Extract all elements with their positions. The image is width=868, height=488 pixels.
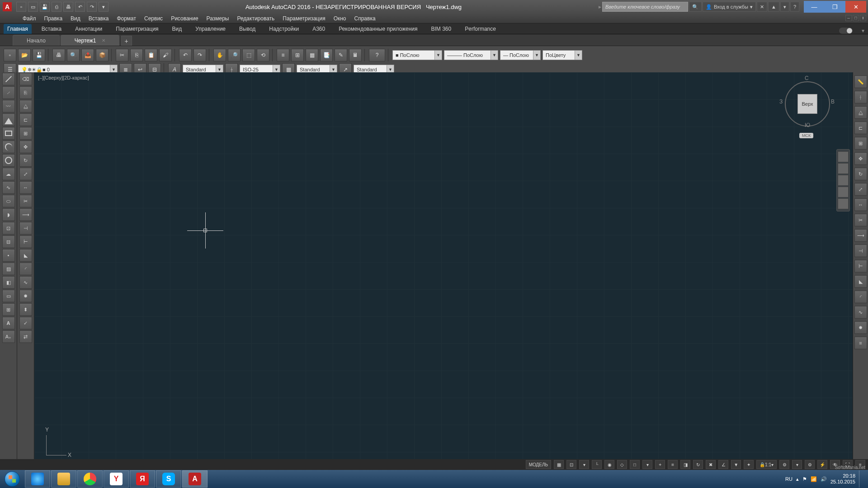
start-button[interactable] bbox=[0, 470, 24, 488]
menu-insert[interactable]: Вставка bbox=[89, 15, 109, 22]
mdi-restore-button[interactable]: □ bbox=[853, 15, 859, 21]
linetype-control[interactable]: ——— ПоСлою▼ bbox=[444, 50, 498, 60]
tool-setbylayer[interactable]: ✓ bbox=[19, 317, 32, 329]
nav-orbit-icon[interactable] bbox=[838, 187, 849, 197]
tool-mirror[interactable]: ⧋ bbox=[19, 100, 32, 113]
status-ortho-icon[interactable]: └ bbox=[592, 460, 602, 469]
tray-flag-icon[interactable]: ⚑ bbox=[802, 476, 807, 482]
window-close-button[interactable]: ✕ bbox=[845, 1, 866, 13]
toolbar-pan-icon[interactable]: ✋ bbox=[213, 49, 226, 61]
tool-chamfer[interactable]: ◣ bbox=[19, 249, 32, 262]
tool-region[interactable]: ▭ bbox=[2, 290, 15, 302]
tool-blend[interactable]: ∿ bbox=[19, 276, 32, 289]
toolbar-toolpalettes-icon[interactable]: ▦ bbox=[306, 49, 318, 61]
tool-addselected[interactable]: A₊ bbox=[2, 330, 15, 343]
status-osnap-icon[interactable]: □ bbox=[630, 460, 640, 469]
ribbon-tab-bim360[interactable]: BIM 360 bbox=[428, 24, 455, 34]
tool-break[interactable]: ⊣ bbox=[19, 222, 32, 235]
qat-saveas-icon[interactable]: ⎙ bbox=[52, 2, 61, 12]
menu-parametric[interactable]: Параметризация bbox=[283, 15, 325, 22]
status-dropdown3[interactable]: ▾ bbox=[792, 460, 802, 469]
rtool-move[interactable]: ✥ bbox=[854, 152, 867, 165]
ribbon-tab-parametric[interactable]: Параметризация bbox=[112, 24, 162, 34]
tray-clock[interactable]: 20:1825.10.2015 bbox=[830, 473, 855, 485]
status-workspace-icon[interactable]: ⚙ bbox=[805, 460, 815, 469]
viewcube-wcs[interactable]: МСК bbox=[799, 133, 813, 138]
tool-fillet[interactable]: ◜ bbox=[19, 263, 32, 275]
window-restore-button[interactable]: ❐ bbox=[825, 1, 845, 13]
ribbon-tab-insert[interactable]: Вставка bbox=[38, 24, 66, 34]
menu-draw[interactable]: Рисование bbox=[171, 15, 198, 22]
rtool-stretch[interactable]: ↔ bbox=[854, 198, 867, 211]
tool-hatch[interactable]: ▨ bbox=[2, 263, 15, 275]
tool-array[interactable]: ⊞ bbox=[19, 127, 32, 140]
rtool-rotate[interactable]: ↻ bbox=[854, 168, 867, 180]
status-annomonitor-icon[interactable]: ⚙ bbox=[779, 460, 789, 469]
menu-window[interactable]: Окно bbox=[334, 15, 346, 22]
viewcube[interactable]: Верх С Ю В З МСК bbox=[780, 77, 835, 131]
rtool-blend[interactable]: ∿ bbox=[854, 306, 867, 319]
rtool-array[interactable]: ⊞ bbox=[854, 137, 867, 150]
nav-wheel-icon[interactable] bbox=[838, 151, 849, 162]
rtool-fillet[interactable]: ◜ bbox=[854, 291, 867, 303]
a360-icon[interactable]: ▲ bbox=[768, 2, 779, 12]
task-ie[interactable] bbox=[25, 470, 50, 488]
tool-makeblock[interactable]: ⊟ bbox=[2, 235, 15, 248]
tool-insertblock[interactable]: ⊡ bbox=[2, 222, 15, 235]
toolbar-publish-icon[interactable]: 📤 bbox=[81, 49, 94, 61]
tool-trim[interactable]: ✂ bbox=[19, 195, 32, 207]
toolbar-help-icon[interactable]: ? bbox=[369, 49, 385, 61]
status-grid-icon[interactable]: ▦ bbox=[554, 460, 564, 469]
rtool-explode[interactable]: ✸ bbox=[854, 321, 867, 334]
menu-edit[interactable]: Правка bbox=[44, 15, 63, 22]
tool-erase[interactable]: ⌫ bbox=[19, 73, 32, 85]
toolbar-qcalc-icon[interactable]: 🖩 bbox=[349, 49, 362, 61]
toolbar-plotpreview-icon[interactable]: 🔍 bbox=[67, 49, 80, 61]
status-space[interactable]: МОДЕЛЬ bbox=[526, 460, 551, 469]
toolbar-cut-icon[interactable]: ✂ bbox=[116, 49, 128, 61]
drawing-area[interactable]: [–][Сверху][2D-каркас] Верх С Ю В З МСК bbox=[34, 72, 853, 474]
menu-tools[interactable]: Сервис bbox=[144, 15, 163, 22]
qat-plot-icon[interactable]: 🖶 bbox=[63, 2, 73, 12]
status-cycle-icon[interactable]: ↻ bbox=[693, 460, 703, 469]
toolbar-open-icon[interactable]: 📂 bbox=[18, 49, 31, 61]
nav-zoom-icon[interactable] bbox=[838, 175, 849, 186]
task-yandex2[interactable]: Я bbox=[130, 470, 155, 488]
show-desktop-button[interactable] bbox=[859, 470, 863, 488]
exchange-icon[interactable]: ✕ bbox=[757, 2, 767, 12]
rtool-break[interactable]: ⊣ bbox=[854, 244, 867, 257]
status-transparency-icon[interactable]: ◨ bbox=[680, 460, 690, 469]
ribbon-minimize-toggle[interactable] bbox=[839, 28, 853, 34]
viewport-label[interactable]: [–][Сверху][2D-каркас] bbox=[38, 75, 89, 80]
status-dynucs-icon[interactable]: ∠ bbox=[718, 460, 728, 469]
ribbon-tab-a360[interactable]: A360 bbox=[309, 24, 329, 34]
status-isodraft-icon[interactable]: ◇ bbox=[617, 460, 627, 469]
status-3dosnap-icon[interactable]: ✖ bbox=[706, 460, 716, 469]
toolbar-new-icon[interactable]: ▫ bbox=[4, 49, 16, 61]
tool-draworder[interactable]: ⬍ bbox=[19, 303, 32, 316]
search-button[interactable]: 🔍 bbox=[689, 2, 702, 12]
ribbon-tab-output[interactable]: Вывод bbox=[236, 24, 259, 34]
ribbon-tab-view[interactable]: Вид bbox=[169, 24, 186, 34]
toolbar-paste-icon[interactable]: 📋 bbox=[145, 49, 157, 61]
toolbar-designcenter-icon[interactable]: ⊞ bbox=[291, 49, 304, 61]
status-filter-icon[interactable]: ▼ bbox=[731, 460, 741, 469]
rtool-extend[interactable]: ⟶ bbox=[854, 229, 867, 242]
tool-revcloud[interactable]: ☁ bbox=[2, 168, 15, 180]
rtool-chamfer[interactable]: ◣ bbox=[854, 275, 867, 288]
status-dropdown2[interactable]: ▾ bbox=[642, 460, 652, 469]
tool-arc[interactable] bbox=[2, 141, 15, 153]
toolbar-zoomwin-icon[interactable]: ⬚ bbox=[242, 49, 255, 61]
task-yandex[interactable]: Y bbox=[104, 470, 129, 488]
toolbar-markup-icon[interactable]: ✎ bbox=[335, 49, 347, 61]
tray-lang[interactable]: RU bbox=[785, 476, 793, 482]
rtool-offset[interactable]: ⊏ bbox=[854, 122, 867, 134]
tray-chevron-icon[interactable]: ▴ bbox=[796, 476, 799, 482]
menu-file[interactable]: Файл bbox=[23, 15, 36, 22]
toolbar-3ddwf-icon[interactable]: 📦 bbox=[96, 49, 108, 61]
tool-table[interactable]: ⊞ bbox=[2, 303, 15, 316]
close-tab-icon[interactable]: ✕ bbox=[102, 38, 105, 43]
rtool-scale[interactable]: ⤢ bbox=[854, 183, 867, 196]
tool-line[interactable] bbox=[2, 73, 15, 85]
tool-scale[interactable]: ⤢ bbox=[19, 168, 32, 180]
